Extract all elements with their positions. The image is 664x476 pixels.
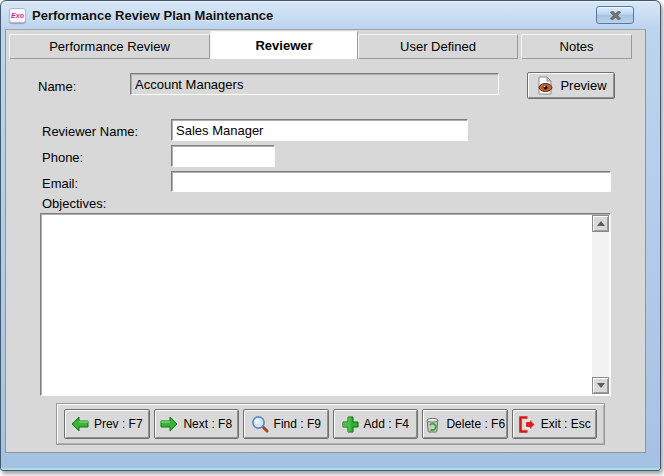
app-window: Exo Performance Review Plan Maintenance … — [0, 0, 661, 471]
next-button-label: Next : F8 — [183, 417, 232, 431]
dialog-body: Performance Review Reviewer User Defined… — [5, 29, 646, 453]
close-icon — [610, 11, 621, 20]
vertical-scrollbar[interactable] — [592, 215, 609, 394]
tab-strip: Performance Review Reviewer User Defined… — [9, 31, 632, 59]
name-field — [130, 73, 499, 95]
triangle-up-icon — [597, 221, 605, 226]
add-button[interactable]: Add : F4 — [333, 409, 419, 439]
preview-icon — [535, 76, 555, 95]
phone-label: Phone: — [42, 150, 83, 165]
objectives-label: Objectives: — [42, 196, 106, 211]
prev-button[interactable]: Prev : F7 — [64, 409, 150, 439]
tab-reviewer[interactable]: Reviewer — [210, 31, 358, 59]
exit-button[interactable]: Exit : Esc — [512, 409, 598, 439]
scroll-up-button[interactable] — [592, 215, 609, 232]
find-button-label: Find : F9 — [274, 417, 321, 431]
exo-app-icon-text: Exo — [11, 12, 24, 19]
delete-button[interactable]: Delete : F6 — [422, 409, 508, 439]
arrow-right-icon — [160, 416, 178, 432]
preview-button[interactable]: Preview — [527, 72, 615, 99]
close-button[interactable] — [596, 6, 634, 24]
triangle-down-icon — [597, 383, 605, 388]
next-button[interactable]: Next : F8 — [154, 409, 240, 439]
name-label: Name: — [38, 79, 76, 94]
title-bar[interactable]: Exo Performance Review Plan Maintenance — [1, 1, 660, 29]
delete-button-label: Delete : F6 — [446, 417, 505, 431]
reviewer-name-field[interactable] — [171, 119, 468, 141]
tab-user-defined[interactable]: User Defined — [358, 34, 518, 59]
email-label: Email: — [42, 176, 78, 191]
reviewer-name-label: Reviewer Name: — [42, 124, 138, 139]
prev-button-label: Prev : F7 — [94, 417, 143, 431]
tab-notes[interactable]: Notes — [521, 34, 632, 59]
screen: Exo Performance Review Plan Maintenance … — [0, 0, 664, 476]
add-button-label: Add : F4 — [364, 417, 409, 431]
tab-performance-review[interactable]: Performance Review — [9, 34, 210, 59]
exo-app-icon: Exo — [9, 8, 26, 23]
exit-button-label: Exit : Esc — [541, 417, 591, 431]
objectives-textarea[interactable] — [40, 213, 611, 396]
recycle-bin-icon — [424, 416, 441, 433]
exit-door-icon — [518, 416, 536, 433]
magnifier-icon — [251, 415, 269, 433]
window-title: Performance Review Plan Maintenance — [32, 8, 273, 23]
scroll-down-button[interactable] — [592, 377, 609, 394]
email-field[interactable] — [171, 171, 611, 192]
button-bar: Prev : F7 Next : F8 Find : F9 — [56, 403, 605, 445]
plus-icon — [342, 416, 359, 433]
phone-field[interactable] — [171, 145, 275, 167]
arrow-left-icon — [71, 416, 89, 432]
preview-button-label: Preview — [560, 78, 606, 93]
find-button[interactable]: Find : F9 — [243, 409, 329, 439]
